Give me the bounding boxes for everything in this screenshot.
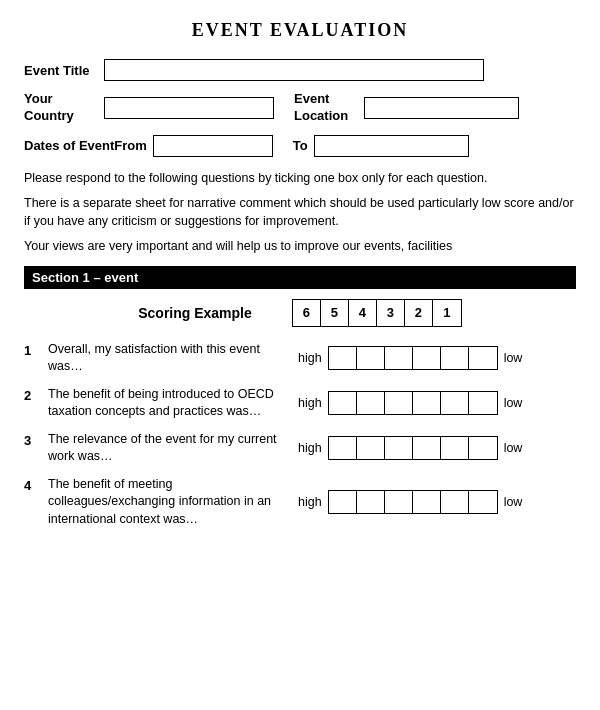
q1-box-3[interactable] [385,347,413,369]
from-label: From [114,138,147,153]
q4-boxes [328,490,498,514]
q3-low: low [504,441,523,455]
q1-text: Overall, my satisfaction with this event… [48,341,288,376]
q4-high: high [298,495,322,509]
q1-low: low [504,351,523,365]
country-location-row: YourCountry EventLocation [24,91,576,125]
q3-box-4[interactable] [413,437,441,459]
q2-boxes [328,391,498,415]
q3-text: The relevance of the event for my curren… [48,431,288,466]
score-box-3: 3 [377,300,405,326]
q3-box-3[interactable] [385,437,413,459]
question-row-2: 2 The benefit of being introduced to OEC… [24,386,576,421]
q1-box-4[interactable] [413,347,441,369]
your-country-input[interactable] [104,97,274,119]
your-country-label: YourCountry [24,91,104,125]
q2-box-3[interactable] [385,392,413,414]
q4-box-3[interactable] [385,491,413,513]
q2-text: The benefit of being introduced to OECD … [48,386,288,421]
q1-box-5[interactable] [441,347,469,369]
q3-number: 3 [24,431,42,448]
q3-box-2[interactable] [357,437,385,459]
q1-box-2[interactable] [357,347,385,369]
to-label: To [293,138,308,153]
instruction-3: Your views are very important and will h… [24,237,576,256]
scoring-label: Scoring Example [138,305,252,321]
q4-number: 4 [24,476,42,493]
q1-high: high [298,351,322,365]
date-to-input[interactable] [314,135,469,157]
q1-box-1[interactable] [329,347,357,369]
q3-boxes [328,436,498,460]
question-row-1: 1 Overall, my satisfaction with this eve… [24,341,576,376]
q4-low: low [504,495,523,509]
question-row-3: 3 The relevance of the event for my curr… [24,431,576,466]
event-title-row: Event Title [24,59,576,81]
q2-box-2[interactable] [357,392,385,414]
q2-box-5[interactable] [441,392,469,414]
event-location-label: EventLocation [294,91,364,125]
dates-of-event-row: Dates of Event From To [24,135,576,157]
q2-low: low [504,396,523,410]
q2-high: high [298,396,322,410]
scoring-example-row: Scoring Example 6 5 4 3 2 1 [24,299,576,327]
dates-of-event-label: Dates of Event [24,138,114,153]
score-box-4: 4 [349,300,377,326]
q1-box-6[interactable] [469,347,497,369]
score-box-1: 1 [433,300,461,326]
q4-box-1[interactable] [329,491,357,513]
q2-box-1[interactable] [329,392,357,414]
q3-box-6[interactable] [469,437,497,459]
q1-number: 1 [24,341,42,358]
question-row-4: 4 The benefit of meeting colleagues/exch… [24,476,576,529]
event-title-input[interactable] [104,59,484,81]
q4-box-4[interactable] [413,491,441,513]
q3-box-1[interactable] [329,437,357,459]
scoring-boxes: 6 5 4 3 2 1 [292,299,462,327]
score-box-6: 6 [293,300,321,326]
q4-box-5[interactable] [441,491,469,513]
instruction-2: There is a separate sheet for narrative … [24,194,576,232]
event-location-input[interactable] [364,97,519,119]
score-box-5: 5 [321,300,349,326]
q2-number: 2 [24,386,42,403]
q3-box-5[interactable] [441,437,469,459]
page-title: EVENT EVALUATION [24,20,576,41]
instruction-1: Please respond to the following question… [24,169,576,188]
q4-box-2[interactable] [357,491,385,513]
section1-header: Section 1 – event [24,266,576,289]
q2-box-4[interactable] [413,392,441,414]
date-from-input[interactable] [153,135,273,157]
q2-box-6[interactable] [469,392,497,414]
q4-text: The benefit of meeting colleagues/exchan… [48,476,288,529]
q4-box-6[interactable] [469,491,497,513]
score-box-2: 2 [405,300,433,326]
event-title-label: Event Title [24,63,104,78]
q1-boxes [328,346,498,370]
q3-high: high [298,441,322,455]
